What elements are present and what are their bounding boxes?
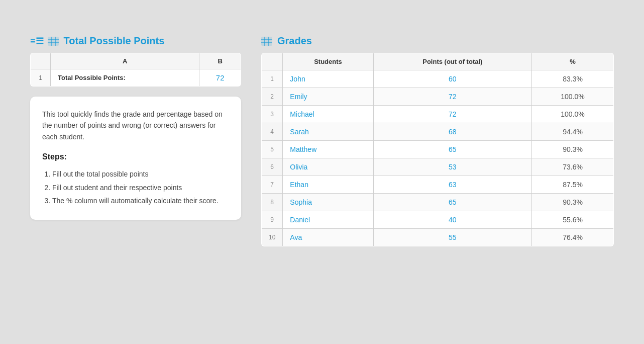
tpp-col-b: B [199, 53, 241, 69]
grades-row: 1John6083.3% [262, 70, 614, 88]
student-name[interactable]: Matthew [283, 141, 373, 158]
grades-row: 10Ava5576.4% [262, 229, 614, 246]
student-name[interactable]: Olivia [283, 158, 373, 176]
grades-row-num: 6 [262, 158, 283, 176]
tpp-label[interactable]: Total Possible Points: [51, 69, 199, 87]
step-3: The % column will automatically calculat… [52, 194, 229, 208]
tpp-title-text: Total Possible Points [64, 35, 165, 47]
percent-cell: 90.3% [532, 194, 614, 211]
tpp-table-icon: ≡☰ [30, 36, 44, 47]
student-name[interactable]: John [283, 70, 373, 88]
points-cell[interactable]: 65 [373, 194, 532, 211]
steps-list: Fill out the total possible points Fill … [42, 167, 229, 208]
points-cell[interactable]: 40 [373, 211, 532, 229]
grades-row: 3Michael72100.0% [262, 106, 614, 123]
tpp-icon [48, 37, 59, 46]
tpp-value[interactable]: 72 [199, 69, 241, 87]
grades-row-num: 2 [262, 88, 283, 106]
grades-row-num: 4 [262, 123, 283, 141]
student-name[interactable]: Sophia [283, 194, 373, 211]
grades-row-num: 5 [262, 141, 283, 158]
grades-row: 7Ethan6387.5% [262, 176, 614, 194]
percent-cell: 73.6% [532, 158, 614, 176]
grades-row-num: 8 [262, 194, 283, 211]
grades-table: Students Points (out of total) % 1John60… [261, 53, 614, 246]
student-name[interactable]: Emily [283, 88, 373, 106]
points-cell[interactable]: 72 [373, 106, 532, 123]
points-cell[interactable]: 72 [373, 88, 532, 106]
step-1: Fill out the total possible points [52, 167, 229, 181]
points-cell[interactable]: 63 [373, 176, 532, 194]
svg-rect-0 [48, 37, 59, 46]
info-card: This tool quickly finds the grade and pe… [30, 97, 241, 220]
student-name[interactable]: Michael [283, 106, 373, 123]
tpp-col-empty [31, 53, 51, 69]
grades-col-students: Students [283, 53, 373, 70]
grades-col-empty [262, 53, 283, 70]
percent-cell: 100.0% [532, 106, 614, 123]
left-panel: ≡☰ Total Possible Points A B [30, 35, 241, 220]
tpp-table: A B 1 Total Possible Points: 72 [30, 53, 241, 87]
grades-icon [261, 37, 272, 46]
grades-row: 4Sarah6894.4% [262, 123, 614, 141]
student-name[interactable]: Ava [283, 229, 373, 246]
grades-row-num: 10 [262, 229, 283, 246]
points-cell[interactable]: 60 [373, 70, 532, 88]
tpp-col-a: A [51, 53, 199, 69]
tpp-title-row: ≡☰ Total Possible Points [30, 35, 241, 47]
info-description: This tool quickly finds the grade and pe… [42, 109, 229, 142]
percent-cell: 55.6% [532, 211, 614, 229]
percent-cell: 90.3% [532, 141, 614, 158]
tpp-row: 1 Total Possible Points: 72 [31, 69, 241, 87]
points-cell[interactable]: 65 [373, 141, 532, 158]
points-cell[interactable]: 55 [373, 229, 532, 246]
grades-row: 6Olivia5373.6% [262, 158, 614, 176]
points-cell[interactable]: 68 [373, 123, 532, 141]
step-2: Fill out student and their respective po… [52, 181, 229, 195]
grades-row-num: 7 [262, 176, 283, 194]
steps-title: Steps: [42, 152, 229, 161]
svg-rect-5 [261, 37, 272, 46]
percent-cell: 94.4% [532, 123, 614, 141]
grades-row-num: 9 [262, 211, 283, 229]
grades-row: 5Matthew6590.3% [262, 141, 614, 158]
grades-col-points: Points (out of total) [373, 53, 532, 70]
percent-cell: 100.0% [532, 88, 614, 106]
grades-title-row: Grades [261, 35, 614, 47]
student-name[interactable]: Daniel [283, 211, 373, 229]
percent-cell: 76.4% [532, 229, 614, 246]
grades-title-text: Grades [277, 35, 312, 47]
grades-row: 8Sophia6590.3% [262, 194, 614, 211]
grades-row: 2Emily72100.0% [262, 88, 614, 106]
grades-col-percent: % [532, 53, 614, 70]
tpp-row-num: 1 [31, 69, 51, 87]
grades-row-num: 1 [262, 70, 283, 88]
points-cell[interactable]: 53 [373, 158, 532, 176]
page-container: ≡☰ Total Possible Points A B [0, 0, 644, 277]
tpp-section: ≡☰ Total Possible Points A B [30, 35, 241, 87]
student-name[interactable]: Sarah [283, 123, 373, 141]
student-name[interactable]: Ethan [283, 176, 373, 194]
percent-cell: 83.3% [532, 70, 614, 88]
grades-row: 9Daniel4055.6% [262, 211, 614, 229]
grades-row-num: 3 [262, 106, 283, 123]
percent-cell: 87.5% [532, 176, 614, 194]
right-panel: Grades Students Points (out of total) % … [261, 35, 614, 246]
